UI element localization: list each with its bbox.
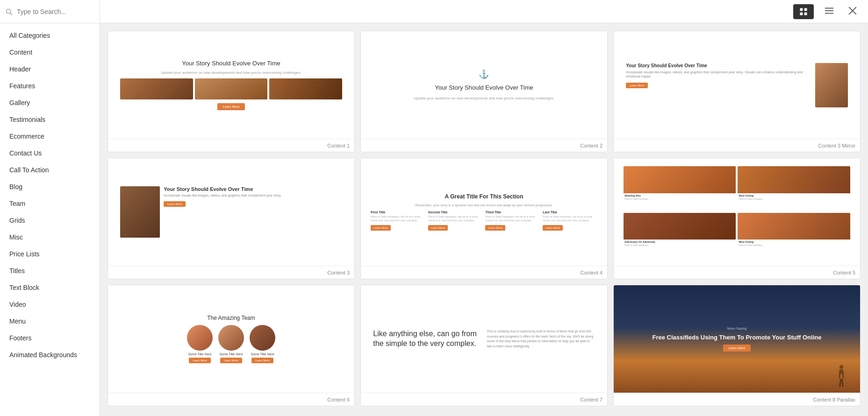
card5-cell4-title: Nice Going — [738, 240, 850, 244]
anchor-icon: ⚓ — [479, 69, 489, 79]
card3l-btn[interactable]: Learn More — [164, 201, 186, 207]
card4-col-2: Second Title Point of Sale hardware, the… — [428, 211, 483, 231]
svg-rect-5 — [825, 10, 833, 11]
sidebar-item-grids[interactable]: Grids — [0, 212, 100, 229]
card5-cell-4: Nice Going Point of Sale hardware... — [738, 213, 850, 258]
sidebar-item-call-to-action[interactable]: Call To Action — [0, 162, 100, 178]
card1-btn[interactable]: Learn More — [217, 103, 245, 110]
sidebar-item-animated-backgrounds[interactable]: Animated Backgrounds — [0, 346, 100, 363]
card3l-title: Your Story Should Evolve Over Time — [164, 186, 342, 192]
svg-rect-0 — [800, 8, 803, 11]
card3l-text: Your Story Should Evolve Over Time Incor… — [164, 186, 342, 207]
card5-cell1-title: Sharing this — [624, 193, 736, 197]
sidebar: All Categories Content Header Features G… — [0, 0, 100, 416]
card3-btn[interactable]: Learn More — [626, 83, 648, 88]
grid-view-button[interactable] — [793, 4, 814, 19]
card2-layout: ⚓ Your Story Should Evolve Over Time Upd… — [373, 69, 595, 101]
sidebar-item-testimonials[interactable]: Testimonials — [0, 111, 100, 128]
sidebar-item-misc[interactable]: Misc — [0, 229, 100, 246]
sidebar-item-team[interactable]: Team — [0, 195, 100, 212]
card-content-3-mirror[interactable]: Your Story Should Evolve Over Time Incor… — [613, 31, 861, 152]
card6-member-3: Some Title Here Learn More — [250, 325, 275, 363]
card6-member2-btn[interactable]: Learn More — [220, 358, 242, 363]
sidebar-item-text-block[interactable]: Text Block — [0, 279, 100, 296]
card4-col-1: First Title Point of Sale hardware, the … — [371, 211, 425, 231]
card2-label: Content 2 — [361, 139, 607, 152]
close-button[interactable] — [845, 3, 861, 20]
sidebar-item-ecommerce[interactable]: Ecommerce — [0, 128, 100, 145]
card6-member-1: Some Title Here Learn More — [187, 325, 213, 363]
card6-member1-btn[interactable]: Learn More — [189, 358, 211, 363]
sidebar-item-features[interactable]: Features — [0, 78, 100, 94]
card4-layout: A Great Title For This Section Remember,… — [371, 193, 597, 231]
card4-col-3: Third Title Point of Sale hardware, the … — [485, 211, 540, 231]
sidebar-item-all-categories[interactable]: All Categories — [0, 27, 100, 44]
card6-member3-btn[interactable]: Learn More — [251, 358, 273, 363]
card2-title: Your Story Should Evolve Over Time — [435, 84, 533, 91]
card4-col-4: Last Title Point of Sale hardware, the t… — [543, 211, 597, 231]
hamburger-icon — [824, 6, 834, 16]
card5-cell2-title: Nice Going — [738, 193, 850, 197]
card4-col2-body: Point of Sale hardware, the till at a sh… — [428, 215, 483, 223]
menu-button[interactable] — [819, 3, 839, 20]
card1-img-2 — [195, 78, 267, 99]
card6-avatar-1 — [187, 325, 213, 351]
card5-label: Content 4 — [361, 266, 607, 279]
card8-top-label: Moon Gazing — [727, 327, 747, 330]
card4-col4-title: Last Title — [543, 211, 597, 214]
card5-cell4-body: Point of Sale hardware... — [738, 244, 850, 247]
card3-image — [815, 63, 848, 107]
sidebar-item-footers[interactable]: Footers — [0, 330, 100, 346]
card-content-5[interactable]: Sharing this Point of Sale hardware... N… — [613, 158, 861, 279]
card5-cell-1: Sharing this Point of Sale hardware... — [624, 166, 736, 211]
card8-btn[interactable]: Learn More — [723, 345, 751, 352]
close-icon — [847, 6, 858, 16]
sidebar-item-video[interactable]: Video — [0, 296, 100, 313]
card6-layout: The Amazing Team Some Title Here Learn M… — [118, 315, 344, 363]
card1-layout: Your Story Should Evolve Over Time Updat… — [120, 60, 342, 110]
card5-cell-2: Nice Going Point of Sale hardware... — [738, 166, 850, 211]
grid-icon — [799, 7, 808, 16]
sidebar-item-gallery[interactable]: Gallery — [0, 94, 100, 111]
card-content-4[interactable]: A Great Title For This Section Remember,… — [360, 158, 608, 279]
card6-title: The Amazing Team — [207, 315, 255, 321]
card3l-layout: Your Story Should Evolve Over Time Incor… — [120, 186, 342, 238]
card5-cell1-body: Point of Sale hardware... — [624, 197, 736, 200]
card4-label: Content 3 — [108, 266, 354, 279]
sidebar-item-price-lists[interactable]: Price Lists — [0, 246, 100, 262]
search-input[interactable] — [17, 8, 95, 15]
card3l-image — [120, 186, 160, 238]
sidebar-item-contact-us[interactable]: Contact Us — [0, 145, 100, 162]
card4-col1-title: First Title — [371, 211, 425, 214]
card4-col2-btn[interactable]: Learn More — [428, 225, 448, 231]
card6-avatar-2 — [218, 325, 244, 351]
sidebar-item-titles[interactable]: Titles — [0, 262, 100, 279]
card6-member2-name: Some Title Here — [219, 353, 243, 356]
card1-label: Content 1 — [108, 139, 354, 152]
card6-member3-name: Some Title Here — [251, 353, 274, 356]
card-content-7[interactable]: Like anything else, can go from the simp… — [360, 285, 608, 406]
sidebar-item-menu[interactable]: Menu — [0, 313, 100, 330]
card1-img-3 — [269, 78, 342, 99]
card4-col3-btn[interactable]: Learn More — [485, 225, 505, 231]
card3-text: Your Story Should Evolve Over Time Incor… — [626, 63, 811, 89]
svg-rect-4 — [825, 8, 833, 9]
card-content-2[interactable]: ⚓ Your Story Should Evolve Over Time Upd… — [360, 31, 608, 152]
sidebar-item-content[interactable]: Content — [0, 44, 100, 61]
card-content-1[interactable]: Your Story Should Evolve Over Time Updat… — [108, 31, 355, 152]
card-content-8-parallax[interactable]: Moon Gazing Free Classifieds Using Them … — [613, 285, 861, 406]
sidebar-item-blog[interactable]: Blog — [0, 178, 100, 195]
svg-rect-2 — [800, 12, 803, 15]
card9-label: Content 8 Parallax — [614, 393, 860, 406]
card-content-6[interactable]: The Amazing Team Some Title Here Learn M… — [108, 285, 355, 406]
card5-layout: Sharing this Point of Sale hardware... N… — [624, 166, 850, 258]
card5-img-4 — [738, 213, 850, 240]
content-grid: Your Story Should Evolve Over Time Updat… — [100, 23, 868, 416]
card4-col1-btn[interactable]: Learn More — [371, 225, 391, 231]
sidebar-item-header[interactable]: Header — [0, 61, 100, 78]
card4-col4-btn[interactable]: Learn More — [543, 225, 563, 231]
card8-title: Free Classifieds Using Them To Promote Y… — [643, 334, 831, 341]
card4-title: A Great Title For This Section — [445, 193, 523, 200]
card-content-3[interactable]: Your Story Should Evolve Over Time Incor… — [108, 158, 355, 279]
svg-point-9 — [839, 365, 843, 369]
